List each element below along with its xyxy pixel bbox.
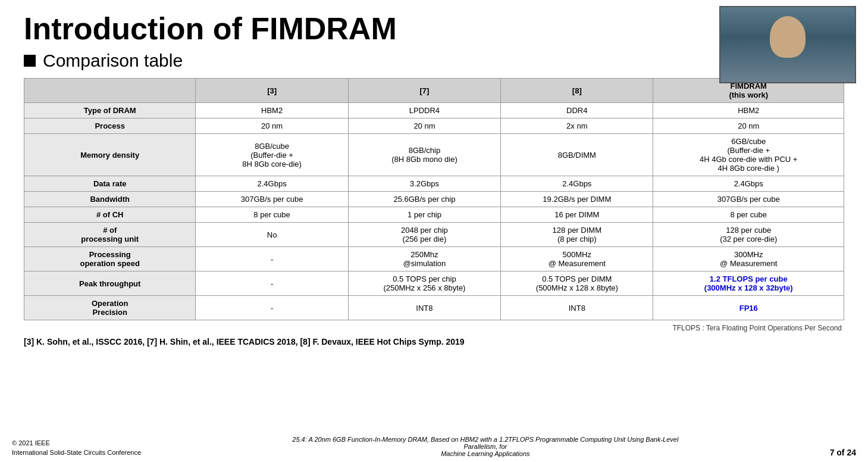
row-col8: 0.5 TOPS per DIMM (500MHz x 128 x 8byte): [501, 271, 653, 296]
footer: © 2021 IEEE International Solid-State Ci…: [0, 436, 868, 457]
subtitle: Comparison table: [43, 51, 183, 71]
row-col7: 25.6GB/s per chip: [348, 192, 500, 207]
col-header-empty: [24, 79, 196, 103]
row-label: # of CH: [24, 207, 196, 223]
row-col7: INT8: [348, 296, 500, 320]
footer-center: 25.4: A 20nm 6GB Function-In-Memory DRAM…: [277, 436, 694, 457]
row-col3: 307GB/s per cube: [196, 192, 348, 207]
row-label: Operation Precision: [24, 296, 196, 320]
references: [3] K. Sohn, et al., ISSCC 2016, [7] H. …: [24, 337, 844, 346]
table-row: # of CH8 per cube1 per chip16 per DIMM8 …: [24, 207, 844, 223]
row-label: Bandwidth: [24, 192, 196, 207]
row-fimdram: 20 nm: [653, 118, 844, 134]
footer-left: © 2021 IEEE International Solid-State Ci…: [12, 439, 141, 457]
row-label: Memory density: [24, 134, 196, 176]
row-col8: INT8: [501, 296, 653, 320]
row-col3: No: [196, 223, 348, 247]
row-label: # of processing unit: [24, 223, 196, 247]
table-row: Memory density8GB/cube (Buffer-die + 8H …: [24, 134, 844, 176]
row-fimdram: 307GB/s per cube: [653, 192, 844, 207]
webcam: [719, 6, 856, 83]
col-header-8: [8]: [501, 79, 653, 103]
footer-center-text: 25.4: A 20nm 6GB Function-In-Memory DRAM…: [292, 436, 678, 457]
row-col3: 2.4Gbps: [196, 176, 348, 192]
row-fimdram: 128 per cube (32 per core-die): [653, 223, 844, 247]
col-header-7: [7]: [348, 79, 500, 103]
row-col8: 19.2GB/s per DIMM: [501, 192, 653, 207]
table-row: Process20 nm20 nm2x nm20 nm: [24, 118, 844, 134]
webcam-person: [720, 7, 855, 82]
row-col8: 16 per DIMM: [501, 207, 653, 223]
table-row: # of processing unitNo2048 per chip (256…: [24, 223, 844, 247]
row-label: Processing operation speed: [24, 247, 196, 271]
table-row: Operation Precision-INT8INT8FP16: [24, 296, 844, 320]
table-row: Bandwidth307GB/s per cube25.6GB/s per ch…: [24, 192, 844, 207]
row-col8: 500MHz @ Measurement: [501, 247, 653, 271]
bullet-square: [24, 55, 36, 67]
row-col8: 8GB/DIMM: [501, 134, 653, 176]
row-col3: 8GB/cube (Buffer-die + 8H 8Gb core-die): [196, 134, 348, 176]
row-col3: HBM2: [196, 103, 348, 118]
row-label: Type of DRAM: [24, 103, 196, 118]
row-col7: 3.2Gbps: [348, 176, 500, 192]
row-col7: 2048 per chip (256 per die): [348, 223, 500, 247]
row-fimdram: 300MHz @ Measurement: [653, 247, 844, 271]
tflops-note: TFLOPS : Tera Floating Point Operations …: [24, 324, 842, 332]
row-fimdram: 2.4Gbps: [653, 176, 844, 192]
row-fimdram: HBM2: [653, 103, 844, 118]
row-col3: -: [196, 271, 348, 296]
footer-left-line2: International Solid-State Circuits Confe…: [12, 448, 141, 457]
row-label: Peak throughput: [24, 271, 196, 296]
row-fimdram: FP16: [653, 296, 844, 320]
row-col7: 8GB/chip (8H 8Gb mono die): [348, 134, 500, 176]
footer-left-line1: © 2021 IEEE: [12, 439, 141, 448]
row-fimdram: 6GB/cube (Buffer-die + 4H 4Gb core-die w…: [653, 134, 844, 176]
row-col8: 128 per DIMM (8 per chip): [501, 223, 653, 247]
row-col3: 8 per cube: [196, 207, 348, 223]
row-col8: 2x nm: [501, 118, 653, 134]
table-row: Processing operation speed-250Mhz @simul…: [24, 247, 844, 271]
row-fimdram: 8 per cube: [653, 207, 844, 223]
footer-right: 7 of 24: [830, 448, 856, 457]
row-col7: 250Mhz @simulation: [348, 247, 500, 271]
row-col7: 1 per chip: [348, 207, 500, 223]
row-col7: LPDDR4: [348, 103, 500, 118]
row-col8: 2.4Gbps: [501, 176, 653, 192]
slide-container: Introduction of FIMDRAM Comparison table…: [0, 0, 868, 462]
table-row: Type of DRAMHBM2LPDDR4DDR4HBM2: [24, 103, 844, 118]
row-col3: -: [196, 296, 348, 320]
row-col3: 20 nm: [196, 118, 348, 134]
row-label: Data rate: [24, 176, 196, 192]
row-col3: -: [196, 247, 348, 271]
row-fimdram: 1.2 TFLOPS per cube (300MHz x 128 x 32by…: [653, 271, 844, 296]
comparison-table: [3] [7] [8] FIMDRAM(this work) Type of D…: [24, 78, 844, 320]
row-col7: 0.5 TOPS per chip (250MHz x 256 x 8byte): [348, 271, 500, 296]
row-col7: 20 nm: [348, 118, 500, 134]
col-header-3: [3]: [196, 79, 348, 103]
table-row: Peak throughput-0.5 TOPS per chip (250MH…: [24, 271, 844, 296]
row-label: Process: [24, 118, 196, 134]
table-row: Data rate2.4Gbps3.2Gbps2.4Gbps2.4Gbps: [24, 176, 844, 192]
row-col8: DDR4: [501, 103, 653, 118]
